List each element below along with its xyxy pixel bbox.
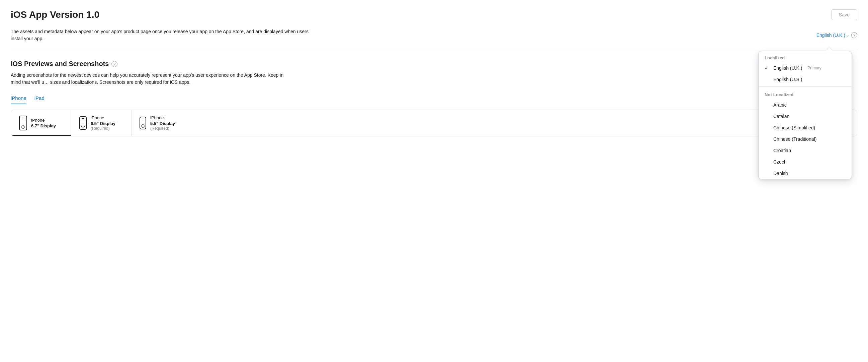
dropdown-item-arabic[interactable]: Arabic bbox=[758, 99, 851, 111]
phone-icon bbox=[19, 116, 27, 130]
dropdown-item-english-uk[interactable]: ✓ English (U.K.) Primary bbox=[758, 62, 851, 74]
chevron-down-icon: ⌄ bbox=[846, 33, 849, 37]
dropdown-item-catalan[interactable]: Catalan bbox=[758, 111, 851, 122]
section-title: iOS Previews and Screenshots bbox=[11, 60, 109, 68]
device-name: iPhone bbox=[150, 115, 175, 121]
save-button[interactable]: Save bbox=[831, 9, 857, 20]
dropdown-item-label: English (U.K.) bbox=[773, 65, 802, 71]
page-description: The assets and metadata below appear on … bbox=[11, 28, 312, 42]
dropdown-item-label: Arabic bbox=[773, 102, 787, 108]
language-label: English (U.K.) bbox=[816, 32, 845, 38]
dropdown-item-label: Croatian bbox=[773, 148, 791, 153]
section-help-icon[interactable]: ? bbox=[112, 61, 118, 67]
dropdown-item-english-us[interactable]: English (U.S.) bbox=[758, 74, 851, 85]
dropdown-divider bbox=[758, 86, 851, 87]
device-size: 5.5" Display bbox=[150, 121, 175, 126]
device-required: (Required) bbox=[91, 126, 116, 131]
dropdown-item-croatian[interactable]: Croatian bbox=[758, 145, 851, 156]
dropdown-item-label: Czech bbox=[773, 159, 787, 165]
dropdown-item-label: Chinese (Simplified) bbox=[773, 125, 815, 130]
section-header: iOS Previews and Screenshots ? bbox=[11, 60, 857, 68]
section-description: Adding screenshots for the newest device… bbox=[11, 72, 285, 86]
device-cards-container: iPhone 6.7" Display iPhone 6.5" Display … bbox=[11, 110, 857, 136]
phone-icon bbox=[140, 117, 146, 129]
device-name: iPhone bbox=[31, 118, 56, 123]
page-title: iOS App Version 1.0 bbox=[11, 9, 99, 20]
language-dropdown-menu: Localized ✓ English (U.K.) Primary Engli… bbox=[758, 51, 852, 179]
dropdown-item-chinese-traditional[interactable]: Chinese (Traditional) bbox=[758, 133, 851, 145]
device-card-65[interactable]: iPhone 6.5" Display (Required) bbox=[71, 110, 131, 136]
not-localized-section-label: Not Localized bbox=[758, 88, 851, 99]
device-card-55[interactable]: iPhone 5.5" Display (Required) bbox=[131, 110, 192, 136]
dropdown-item-label: English (U.S.) bbox=[773, 77, 802, 82]
language-selector: English (U.K.) ⌄ ? bbox=[816, 32, 857, 38]
device-cards-row: iPhone 6.7" Display iPhone 6.5" Display … bbox=[11, 110, 857, 136]
language-dropdown-trigger[interactable]: English (U.K.) ⌄ bbox=[816, 32, 849, 38]
device-card-67[interactable]: iPhone 6.7" Display bbox=[11, 110, 71, 136]
tab-iphone[interactable]: iPhone bbox=[11, 92, 26, 104]
dropdown-item-label: Chinese (Traditional) bbox=[773, 136, 816, 142]
device-type-tabs: iPhone iPad bbox=[11, 92, 857, 104]
tab-ipad[interactable]: iPad bbox=[34, 92, 44, 104]
primary-badge: Primary bbox=[807, 66, 821, 71]
device-name: iPhone bbox=[91, 115, 116, 121]
localized-section-label: Localized bbox=[758, 51, 851, 62]
device-size: 6.5" Display bbox=[91, 121, 116, 126]
check-icon: ✓ bbox=[765, 65, 770, 71]
dropdown-item-chinese-simplified[interactable]: Chinese (Simplified) bbox=[758, 122, 851, 133]
dropdown-item-label: Catalan bbox=[773, 114, 789, 119]
dropdown-item-danish[interactable]: Danish bbox=[758, 168, 851, 179]
dropdown-item-label: Danish bbox=[773, 171, 788, 176]
dropdown-item-czech[interactable]: Czech bbox=[758, 156, 851, 168]
device-required: (Required) bbox=[150, 126, 175, 131]
phone-icon bbox=[79, 116, 87, 130]
device-size: 6.7" Display bbox=[31, 123, 56, 129]
dropdown-arrow bbox=[826, 48, 833, 51]
language-help-icon[interactable]: ? bbox=[851, 32, 857, 38]
